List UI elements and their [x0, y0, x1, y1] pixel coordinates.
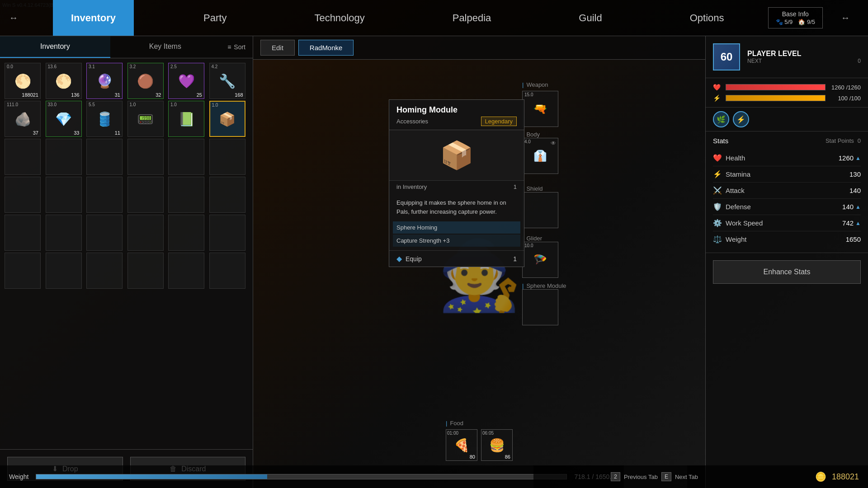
slot-level: 3.2 [130, 64, 136, 69]
inv-slot-empty-29[interactable] [209, 215, 245, 251]
player-level-section: 60 PLAYER LEVEL NEXT 0 [706, 36, 868, 78]
keybind-bar: 2 Previous Tab E Next Tab [533, 465, 705, 488]
health-label: ❤️ Health [713, 154, 745, 162]
sphere-slot[interactable] [522, 289, 558, 325]
inv-slot-11[interactable]: 1.0 📦 [209, 101, 245, 137]
inventory-grid: 0.0 🌕 188021 13.6 🌕 136 3.1 🔮 31 3.2 🟤 3… [0, 58, 253, 449]
inv-slot-1[interactable]: 13.6 🌕 136 [46, 63, 82, 99]
stat-points-label: Stat Points [826, 137, 854, 144]
inv-slot-empty-31[interactable] [46, 253, 82, 289]
glider-label: Glider [522, 235, 558, 242]
inv-slot-empty-13[interactable] [46, 139, 82, 175]
food-slot-0[interactable]: 01:00 🍕 80 [446, 429, 477, 461]
inv-slot-5[interactable]: 4.2 🔧 168 [209, 63, 245, 99]
inv-slot-10[interactable]: 1.0 📗 [168, 101, 204, 137]
tooltip-in-inventory-label: in Inventory [396, 183, 427, 190]
inv-slot-empty-17[interactable] [209, 139, 245, 175]
inv-slot-3[interactable]: 3.2 🟤 32 [127, 63, 164, 99]
hp-track [726, 84, 826, 90]
skill-icon-1[interactable]: ⚡ [733, 111, 749, 127]
slot-icon: 💜 [178, 73, 195, 89]
slot-count: 25 [197, 92, 202, 98]
edit-bar: Edit RadMonke [253, 36, 705, 60]
inv-slot-4[interactable]: 2.5 💜 25 [168, 63, 204, 99]
inv-slot-empty-27[interactable] [127, 215, 164, 251]
weapon-icon: 🔫 [533, 103, 547, 115]
edit-button[interactable]: Edit [260, 40, 295, 56]
food-timer-1: 06:05 [482, 431, 494, 436]
inv-slot-0[interactable]: 0.0 🌕 188021 [5, 63, 41, 99]
nav-arrow-left[interactable]: ↔ [0, 0, 27, 36]
weapon-slot[interactable]: 15.0 🔫 [522, 91, 558, 127]
nav-item-inventory[interactable]: Inventory [53, 0, 134, 36]
hp-bars: ❤️ 1260 /1260 ⚡ 100 /100 [706, 78, 868, 108]
nav-item-options[interactable]: Options [672, 0, 742, 36]
food-icon-0: 🍕 [454, 438, 470, 453]
inv-slot-empty-28[interactable] [168, 215, 204, 251]
nav-arrow-right[interactable]: ↔ [832, 0, 859, 36]
sort-button[interactable]: ≡ Sort [220, 36, 253, 58]
tooltip-stat-1: Capture Strength +3 [393, 235, 520, 247]
inv-slot-empty-32[interactable] [86, 253, 123, 289]
equip-action-row[interactable]: ◆ Equip 1 [389, 250, 524, 267]
inv-slot-6[interactable]: 111.0 🪨 37 [5, 101, 41, 137]
tooltip-item-icon: 📦 [440, 139, 474, 171]
inv-slot-empty-18[interactable] [5, 177, 41, 213]
stamina-label: ⚡ Stamina [713, 170, 750, 178]
body-slot[interactable]: 4.0 👔 👁 [522, 138, 558, 174]
next-tab-key: E [661, 472, 671, 481]
inv-slot-empty-15[interactable] [127, 139, 164, 175]
inv-slot-empty-34[interactable] [168, 253, 204, 289]
stat-row-attack: ⚔️ Attack 140 [713, 183, 861, 199]
currency-bar: 🪙 188021 [687, 465, 868, 488]
skill-icon-0[interactable]: 🌿 [713, 111, 729, 127]
tab-key-items[interactable]: Key Items [110, 36, 221, 58]
inv-slot-2[interactable]: 3.1 🔮 31 [86, 63, 123, 99]
stat-row-stamina: ⚡ Stamina 130 [713, 166, 861, 183]
glider-icon: 🪂 [533, 253, 547, 266]
eye-icon[interactable]: 👁 [551, 140, 556, 146]
inv-slot-empty-24[interactable] [5, 215, 41, 251]
inv-slot-empty-21[interactable] [127, 177, 164, 213]
stats-section: Stats Stat Points 0 ❤️ Health 1260 ▲ [706, 131, 868, 253]
hp-fill [726, 84, 825, 90]
food-label: Food [446, 420, 513, 427]
stamina-icon: ⚡ [713, 170, 722, 178]
defense-label: 🛡️ Defense [713, 202, 751, 211]
stat-points-row: Stat Points 0 [826, 137, 861, 144]
slot-level: 13.6 [48, 64, 57, 69]
inv-slot-empty-25[interactable] [46, 215, 82, 251]
inv-slot-empty-23[interactable] [209, 177, 245, 213]
tab-inventory[interactable]: Inventory [0, 36, 110, 58]
nav-item-party[interactable]: Party [185, 0, 245, 36]
inv-slot-empty-30[interactable] [5, 253, 41, 289]
inv-slot-empty-26[interactable] [86, 215, 123, 251]
inv-slot-7[interactable]: 33.0 💎 33 [46, 101, 82, 137]
work-speed-label: ⚙️ Work Speed [713, 219, 763, 227]
base-info-label: Base Info [782, 10, 809, 18]
slot-count: 32 [156, 92, 161, 98]
inv-slot-empty-33[interactable] [127, 253, 164, 289]
nav-item-palpedia[interactable]: Palpedia [434, 0, 509, 36]
inv-slot-9[interactable]: 1.0 📟 [127, 101, 164, 137]
inv-slot-empty-22[interactable] [168, 177, 204, 213]
inv-slot-8[interactable]: 5.5 🛢️ 11 [86, 101, 123, 137]
defense-value: 140 ▲ [842, 203, 861, 211]
glider-slot[interactable]: 10.0 🪂 [522, 242, 558, 278]
enhance-stats-button[interactable]: Enhance Stats [713, 260, 861, 284]
weapon-section: Weapon 15.0 🔫 [522, 81, 558, 127]
inv-slot-empty-16[interactable] [168, 139, 204, 175]
slot-level: 0.0 [7, 64, 13, 69]
inv-slot-empty-12[interactable] [5, 139, 41, 175]
food-slot-1[interactable]: 06:05 🍔 86 [481, 429, 513, 461]
nav-item-guild[interactable]: Guild [561, 0, 620, 36]
shield-slot[interactable] [522, 192, 558, 228]
inv-slot-empty-19[interactable] [46, 177, 82, 213]
inv-slot-empty-35[interactable] [209, 253, 245, 289]
inv-slot-empty-20[interactable] [86, 177, 123, 213]
weight-track [36, 474, 567, 479]
level-next: NEXT 0 [747, 58, 861, 64]
inv-slot-empty-14[interactable] [86, 139, 123, 175]
nav-item-technology[interactable]: Technology [296, 0, 382, 36]
slot-icon: 🌕 [14, 73, 31, 89]
